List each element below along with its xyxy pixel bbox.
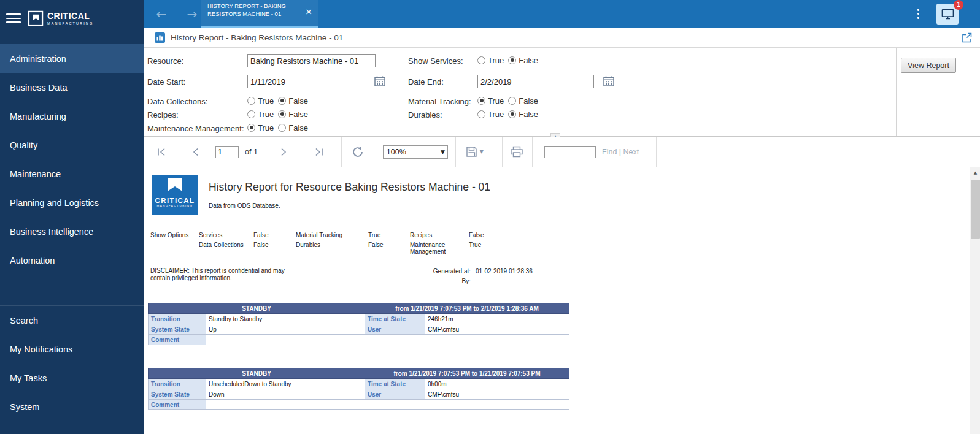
zoom-select[interactable]: 100% ▼ xyxy=(383,145,448,159)
sidebar-item-maintenance[interactable]: Maintenance xyxy=(0,159,144,188)
find-input[interactable] xyxy=(544,146,596,158)
last-page-icon[interactable] xyxy=(314,147,324,157)
state-table: STANDBY from 1/21/2019 7:07:53 PM to 2/1… xyxy=(148,303,569,345)
refresh-icon[interactable] xyxy=(352,146,364,158)
report-title: History Report for Resource Baking Resis… xyxy=(209,181,490,194)
maintenance-management-false-radio[interactable] xyxy=(278,124,286,132)
sidebar-item-business-intelligence[interactable]: Business Intelligence xyxy=(0,217,144,246)
report-scrollbar[interactable]: ▲ xyxy=(970,167,980,434)
true-option-label: True xyxy=(258,96,274,105)
sidebar-item-quality[interactable]: Quality xyxy=(0,131,144,159)
false-option-label: False xyxy=(519,96,538,105)
sidebar-item-search[interactable]: Search xyxy=(0,306,144,335)
date-start-input[interactable] xyxy=(247,75,366,88)
sidebar-item-system[interactable]: System xyxy=(0,392,144,421)
report-brand-logo: CRITICAL MANUFACTURING xyxy=(152,175,198,215)
print-icon[interactable] xyxy=(510,146,523,158)
next-page-icon[interactable] xyxy=(279,147,288,157)
time-at-state-value: 0h00m xyxy=(425,379,569,389)
show-option-name: Services xyxy=(199,232,222,238)
first-page-icon[interactable] xyxy=(156,147,166,157)
popout-icon[interactable] xyxy=(962,32,972,43)
false-option-label: False xyxy=(519,56,538,65)
sidebar-item-business-data[interactable]: Business Data xyxy=(0,73,144,102)
notification-badge: 1 xyxy=(954,0,963,10)
notifications-button[interactable]: 1 xyxy=(936,4,959,25)
toolbar-separator xyxy=(656,137,657,167)
overflow-menu-icon[interactable] xyxy=(915,6,922,21)
report-flag-icon xyxy=(166,185,183,196)
close-icon[interactable]: × xyxy=(305,7,312,16)
show-option-name: Data Collections xyxy=(199,242,244,248)
export-save-icon[interactable] xyxy=(466,146,477,158)
system-state-value: Up xyxy=(206,324,365,335)
view-report-button[interactable]: View Report xyxy=(901,58,956,73)
maintenance-management-true-radio[interactable] xyxy=(247,124,255,132)
scrollbar-thumb[interactable] xyxy=(971,180,980,239)
page-number-input[interactable] xyxy=(215,146,239,158)
material-tracking-false-radio[interactable] xyxy=(508,97,516,105)
show-option-name: Material Tracking xyxy=(296,232,342,238)
show-option-name: Maintenance Management xyxy=(410,242,458,255)
date-start-label: Date Start: xyxy=(147,77,185,86)
sidebar-item-my-notifications[interactable]: My Notifications xyxy=(0,335,144,364)
report-logo-name: CRITICAL xyxy=(152,197,198,204)
brand-flag-icon xyxy=(28,10,44,26)
state-range-header: from 1/21/2019 7:07:53 PM to 1/21/2019 7… xyxy=(365,368,569,379)
report-viewer-toolbar: of 1 100% ▼ ▼ Find | Next xyxy=(144,137,980,167)
comment-value xyxy=(206,400,569,410)
report-parameters: Resource: Show Services: True False Date… xyxy=(144,48,980,137)
back-arrow-icon[interactable]: ← xyxy=(149,0,174,28)
scrollbar-up-icon[interactable]: ▲ xyxy=(970,167,980,178)
generated-by-label: By: xyxy=(426,278,471,284)
export-dropdown-icon[interactable]: ▼ xyxy=(480,149,484,154)
recipes-true-radio[interactable] xyxy=(247,110,255,118)
brand-subtitle: MANUFACTURING xyxy=(47,21,93,25)
time-at-state-label: Time at State xyxy=(365,314,425,324)
date-end-input[interactable] xyxy=(477,75,594,88)
material-tracking-true-radio[interactable] xyxy=(477,97,485,105)
sidebar-item-automation[interactable]: Automation xyxy=(0,246,144,275)
previous-page-icon[interactable] xyxy=(191,147,201,157)
state-header: STANDBY xyxy=(149,303,365,314)
calendar-icon[interactable] xyxy=(603,76,614,86)
forward-arrow-icon[interactable]: → xyxy=(180,0,204,28)
system-state-label: System State xyxy=(149,389,206,400)
sidebar-item-administration[interactable]: Administration xyxy=(0,44,144,73)
sidebar-item-my-tasks[interactable]: My Tasks xyxy=(0,364,144,392)
show-services-false-radio[interactable] xyxy=(508,56,516,64)
sidebar-item-planning-logistics[interactable]: Planning and Logistics xyxy=(0,188,144,217)
brand-logo: CRITICAL MANUFACTURING xyxy=(28,10,93,26)
time-at-state-label: Time at State xyxy=(365,379,425,389)
data-collections-true-radio[interactable] xyxy=(247,97,255,105)
durables-true-radio[interactable] xyxy=(477,110,485,118)
panel-divider xyxy=(896,48,897,136)
durables-false-radio[interactable] xyxy=(508,110,516,118)
recipes-false-radio[interactable] xyxy=(278,110,286,118)
user-value: CMF\cmfsu xyxy=(425,389,569,400)
breadcrumb: History Report - Baking Resistors Machin… xyxy=(144,28,980,48)
data-collections-label: Data Collections: xyxy=(147,97,207,106)
chevron-down-icon: ▼ xyxy=(441,149,445,155)
report-logo-subtitle: MANUFACTURING xyxy=(152,204,198,207)
resource-input[interactable] xyxy=(247,54,376,67)
generated-at-value: 01-02-2019 01:28:36 xyxy=(476,268,533,275)
user-value: CMF\cmfsu xyxy=(425,324,569,335)
show-options-heading: Show Options xyxy=(150,232,188,238)
true-option-label: True xyxy=(488,110,504,119)
show-option-value: False xyxy=(469,232,484,238)
menu-icon[interactable] xyxy=(6,13,21,23)
date-end-label: Date End: xyxy=(408,77,444,86)
false-option-label: False xyxy=(519,110,538,119)
show-services-true-radio[interactable] xyxy=(477,56,485,64)
tab-history-report[interactable]: HISTORY REPORT - BAKING RESISTORS MACHIN… xyxy=(201,0,318,28)
sidebar-item-manufacturing[interactable]: Manufacturing xyxy=(0,102,144,131)
report-subtitle: Data from ODS Database. xyxy=(209,202,280,209)
calendar-icon[interactable] xyxy=(374,76,385,86)
system-state-label: System State xyxy=(149,324,206,335)
state-header: STANDBY xyxy=(149,368,365,379)
report-icon xyxy=(155,32,165,43)
find-next-links[interactable]: Find | Next xyxy=(602,148,639,156)
data-collections-false-radio[interactable] xyxy=(278,97,286,105)
time-at-state-value: 246h21m xyxy=(425,314,569,324)
